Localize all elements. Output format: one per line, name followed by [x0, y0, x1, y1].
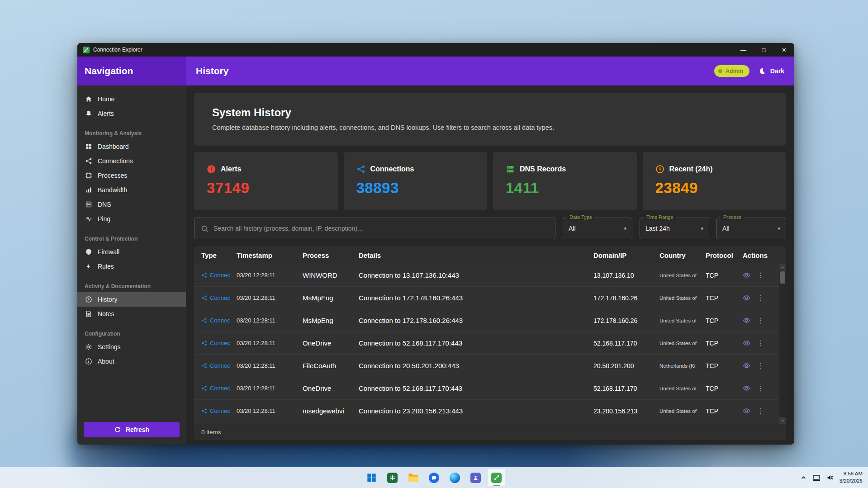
table-row[interactable]: Connec 03/20 12:28:11 OneDrive Connectio…	[194, 377, 786, 399]
page-title: History	[196, 66, 228, 76]
stat-value: 37149	[207, 180, 325, 197]
theme-label: Dark	[770, 67, 784, 75]
details-cell: Connection to 20.50.201.200:443	[359, 362, 593, 370]
scroll-down-button[interactable]: ▼	[779, 417, 786, 424]
excel-icon	[387, 473, 398, 483]
maximize-button[interactable]: □	[754, 43, 774, 57]
refresh-button[interactable]: Refresh	[84, 422, 180, 437]
table-scrollbar[interactable]: ▲ ▼	[779, 264, 786, 424]
type-badge: Connec	[201, 272, 237, 279]
view-details-button[interactable]	[743, 271, 750, 279]
search-input[interactable]	[213, 225, 549, 232]
taskbar-connection-explorer-button[interactable]	[488, 469, 506, 487]
minimize-button[interactable]: —	[733, 43, 754, 57]
sidebar-item-dashboard[interactable]: Dashboard	[77, 139, 186, 154]
connection-explorer-window: Connection Explorer — □ ✕ Navigation His…	[77, 43, 794, 445]
scrollbar-thumb[interactable]	[780, 271, 785, 284]
sidebar-item-firewall[interactable]: Firewall	[77, 245, 186, 259]
domain-cell: 20.50.201.200	[593, 362, 659, 370]
sidebar-item-processes[interactable]: Processes	[77, 168, 186, 183]
taskbar-chat-button[interactable]	[425, 469, 443, 487]
row-menu-button[interactable]: ⋮	[757, 407, 764, 415]
timestamp-cell: 03/20 12:28:11	[237, 407, 303, 414]
section-configuration: Configuration	[77, 327, 186, 340]
stat-label: Connections	[370, 165, 414, 173]
windows-logo-icon	[367, 473, 376, 483]
table-row[interactable]: Connec 03/20 12:28:11 OneDrive Connectio…	[194, 332, 786, 354]
sidebar-item-settings[interactable]: Settings	[77, 340, 186, 354]
stat-label: Alerts	[221, 165, 241, 173]
tray-chevron-up-icon[interactable]	[801, 475, 806, 481]
sidebar-item-rules[interactable]: Rules	[77, 259, 186, 274]
type-badge: Connec	[201, 407, 237, 414]
domain-cell: 52.168.117.170	[593, 340, 659, 347]
theme-toggle[interactable]: Dark	[759, 67, 784, 75]
network-share-icon	[85, 157, 92, 165]
view-details-button[interactable]	[743, 407, 750, 415]
row-menu-button[interactable]: ⋮	[757, 272, 764, 279]
protocol-cell: TCP	[706, 317, 743, 324]
bolt-icon	[85, 263, 92, 270]
taskbar-teams-button[interactable]	[467, 469, 485, 487]
table-row[interactable]: Connec 03/20 12:28:11 MsMpEng Connection…	[194, 286, 786, 309]
protocol-cell: TCP	[706, 294, 743, 302]
hero-title: System History	[212, 106, 768, 119]
sidebar-item-dns[interactable]: DNS	[77, 197, 186, 212]
protocol-cell: TCP	[706, 272, 743, 279]
timestamp-cell: 03/20 12:28:11	[237, 294, 303, 301]
start-button[interactable]	[363, 469, 381, 487]
sidebar-item-home[interactable]: Home	[77, 92, 186, 106]
table-row[interactable]: Connec 03/20 12:28:11 MsMpEng Connection…	[194, 309, 786, 332]
taskbar-clock[interactable]: 8:59 AM 3/20/2026	[840, 470, 863, 484]
sidebar-item-alerts[interactable]: Alerts	[77, 106, 186, 121]
row-menu-button[interactable]: ⋮	[757, 294, 764, 302]
country-cell: United States of	[659, 318, 706, 323]
item-count: 0 items	[194, 424, 786, 440]
table-row[interactable]: Connec 03/20 12:28:11 msedgewebvi Connec…	[194, 399, 786, 422]
sidebar-item-history[interactable]: History	[77, 292, 186, 307]
alert-icon	[207, 165, 216, 174]
row-menu-button[interactable]: ⋮	[757, 362, 764, 370]
view-details-button[interactable]	[743, 339, 750, 347]
section-control: Control & Protection	[77, 232, 186, 245]
row-menu-button[interactable]: ⋮	[757, 340, 764, 347]
details-cell: Connection to 172.178.160.26:443	[359, 294, 593, 302]
scroll-up-button[interactable]: ▲	[779, 264, 786, 270]
stat-value: 23849	[655, 180, 774, 197]
taskbar-edge-button[interactable]	[446, 469, 464, 487]
close-button[interactable]: ✕	[774, 43, 794, 57]
section-monitoring: Monitoring & Analysis	[77, 126, 186, 139]
display-icon[interactable]	[812, 474, 821, 481]
details-cell: Connection to 13.107.136.10:443	[359, 271, 593, 279]
process-dropdown[interactable]: Process All ▾	[716, 218, 786, 239]
sidebar-item-connections[interactable]: Connections	[77, 154, 186, 168]
taskbar-excel-button[interactable]	[384, 469, 402, 487]
stat-card-recent: Recent (24h) 23849	[643, 152, 787, 210]
table-row[interactable]: Connec 03/20 12:28:11 WINWORD Connection…	[194, 264, 786, 286]
row-menu-button[interactable]: ⋮	[757, 317, 764, 324]
clock-time: 8:59 AM	[840, 470, 863, 478]
refresh-icon	[114, 426, 122, 434]
data-type-dropdown[interactable]: Data Type All ▾	[563, 218, 632, 239]
view-details-button[interactable]	[743, 384, 750, 392]
taskbar-file-explorer-button[interactable]	[404, 469, 422, 487]
server-icon	[85, 201, 92, 208]
eye-icon	[743, 317, 750, 324]
activity-icon	[85, 215, 92, 223]
sidebar-item-about[interactable]: About	[77, 354, 186, 369]
process-cell: MsMpEng	[303, 317, 359, 324]
search-box	[194, 218, 555, 239]
sidebar-item-bandwidth[interactable]: Bandwidth	[77, 183, 186, 197]
sidebar-item-ping[interactable]: Ping	[77, 212, 186, 226]
eye-icon	[743, 271, 750, 279]
sidebar-item-notes[interactable]: Notes	[77, 307, 186, 321]
row-menu-button[interactable]: ⋮	[757, 385, 764, 392]
connection-explorer-icon	[491, 473, 502, 483]
process-cell: msedgewebvi	[303, 407, 359, 415]
table-row[interactable]: Connec 03/20 12:28:11 FileCoAuth Connect…	[194, 354, 786, 377]
view-details-button[interactable]	[743, 317, 750, 324]
view-details-button[interactable]	[743, 294, 750, 302]
view-details-button[interactable]	[743, 362, 750, 370]
time-range-dropdown[interactable]: Time Range Last 24h ▾	[640, 218, 709, 239]
volume-icon[interactable]	[826, 474, 834, 481]
